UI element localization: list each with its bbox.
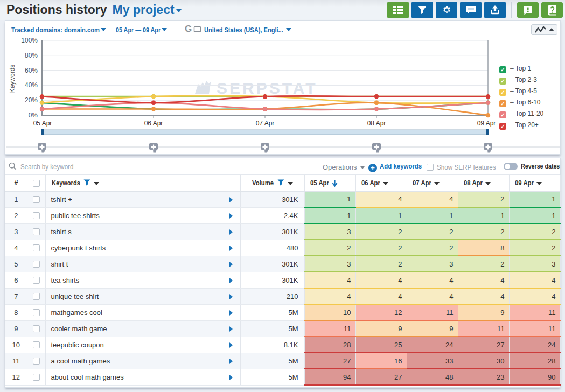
svg-text:60%: 60% [25, 67, 38, 74]
svg-text:0%: 0% [29, 111, 38, 119]
svg-text:80%: 80% [25, 52, 38, 59]
svg-text:09 Apr: 09 Apr [477, 120, 496, 127]
svg-text:07 Apr: 07 Apr [256, 120, 275, 127]
svg-text:05 Apr: 05 Apr [33, 120, 52, 127]
svg-text:08 Apr: 08 Apr [367, 120, 386, 127]
svg-text:100%: 100% [21, 37, 38, 44]
svg-text:Keywords: Keywords [9, 65, 16, 93]
svg-text:40%: 40% [25, 81, 38, 89]
svg-text:06 Apr: 06 Apr [144, 120, 163, 127]
svg-text:20%: 20% [25, 96, 38, 104]
